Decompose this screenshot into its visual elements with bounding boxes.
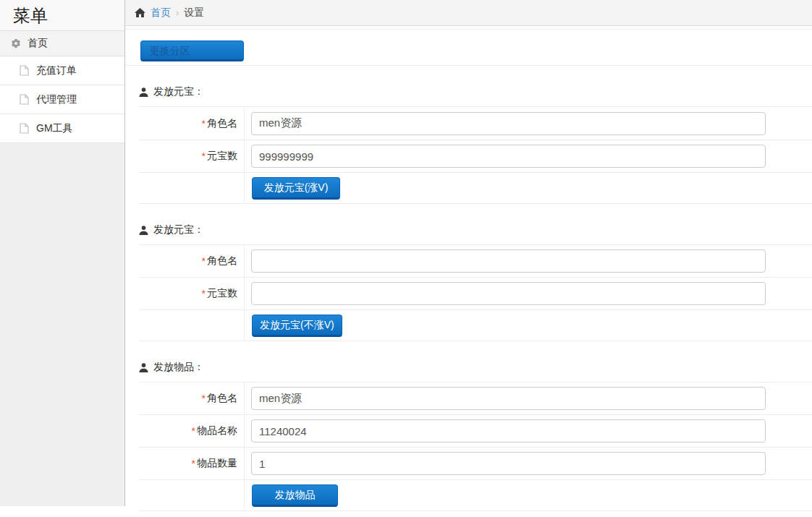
- home-icon[interactable]: [135, 8, 145, 17]
- character-name-input[interactable]: [251, 112, 766, 135]
- issue-yuanbao-raise-v-button[interactable]: 发放元宝(涨V): [252, 177, 340, 200]
- person-icon: [139, 363, 148, 372]
- sidebar-menu: 充值订单 代理管理 GM工具: [0, 56, 124, 143]
- sidebar-title: 菜单: [0, 0, 124, 31]
- form-row: * 物品数量: [139, 448, 812, 480]
- content: 更换分区 发放元宝： *: [125, 26, 812, 511]
- section-issue-yuanbao-noraise: 发放元宝： * 角色名 *: [139, 223, 812, 341]
- section-title: 发放物品：: [153, 361, 204, 374]
- field-label: * 角色名: [139, 107, 245, 140]
- field-label-text: 角色名: [207, 392, 237, 405]
- content-top-divider: [125, 29, 812, 30]
- section-header: 发放物品：: [139, 360, 812, 375]
- field-cell: [245, 415, 812, 447]
- field-label: * 元宝数: [139, 278, 245, 309]
- sidebar-item-recharge-orders[interactable]: 充值订单: [0, 56, 124, 85]
- form-row: * 角色名: [139, 383, 812, 415]
- app-window: 菜单 首页 充值订单: [0, 0, 812, 517]
- gear-icon: [11, 38, 21, 48]
- field-label: * 元宝数: [139, 140, 245, 172]
- section-issue-items: 发放物品： * 角色名 *: [139, 360, 812, 511]
- field-label: * 角色名: [139, 383, 245, 414]
- character-name-input[interactable]: [251, 387, 766, 410]
- field-label: * 物品名称: [139, 415, 245, 447]
- required-asterisk: *: [202, 150, 206, 162]
- section-title: 发放元宝：: [153, 85, 204, 98]
- empty-label-cell: [139, 173, 245, 203]
- required-asterisk: *: [192, 458, 195, 469]
- field-label-text: 物品数量: [197, 457, 237, 470]
- field-cell: [245, 278, 812, 309]
- doc-icon: [20, 65, 29, 76]
- doc-icon: [20, 94, 29, 105]
- field-label-text: 元宝数: [207, 287, 237, 300]
- required-asterisk: *: [202, 288, 206, 299]
- empty-label-cell: [139, 310, 245, 341]
- field-label-text: 角色名: [207, 117, 237, 130]
- field-label-text: 元宝数: [207, 150, 237, 163]
- required-asterisk: *: [192, 425, 195, 437]
- issue-items-button[interactable]: 发放物品: [252, 484, 338, 507]
- yuanbao-amount-input[interactable]: [251, 145, 766, 168]
- field-label: * 角色名: [139, 245, 245, 277]
- toolbar-divider: [125, 65, 812, 66]
- required-asterisk: *: [202, 393, 206, 404]
- form-table: * 角色名 * 元宝数: [139, 244, 812, 341]
- sidebar-item-label: 代理管理: [36, 93, 77, 106]
- sidebar: 菜单 首页 充值订单: [0, 0, 125, 506]
- person-icon: [139, 226, 148, 235]
- field-cell: [245, 107, 812, 140]
- section-title: 发放元宝：: [153, 223, 204, 236]
- sidebar-item-agent-management[interactable]: 代理管理: [0, 85, 124, 114]
- field-label-text: 角色名: [207, 255, 237, 268]
- person-icon: [139, 87, 148, 97]
- sidebar-item-gm-tools[interactable]: GM工具: [0, 114, 124, 143]
- form-row: * 元宝数: [139, 140, 812, 173]
- required-asterisk: *: [202, 118, 206, 129]
- form-table: * 角色名 * 元宝数: [139, 106, 812, 204]
- doc-icon: [20, 123, 29, 134]
- form-row: * 元宝数: [139, 278, 812, 310]
- field-cell: [245, 140, 812, 172]
- character-name-input[interactable]: [251, 249, 766, 273]
- sidebar-item-label: 充值订单: [36, 64, 77, 77]
- required-asterisk: *: [202, 255, 206, 267]
- section-header: 发放元宝：: [139, 85, 812, 99]
- field-cell: [245, 383, 812, 414]
- sidebar-item-label: 首页: [28, 37, 48, 50]
- form-row: 发放元宝(涨V): [139, 173, 812, 204]
- main-area: 首页 › 设置 更换分区 发放元宝：: [125, 0, 812, 517]
- field-cell: 发放元宝(不涨V): [245, 310, 812, 341]
- breadcrumb-current: 设置: [184, 7, 204, 20]
- change-partition-button[interactable]: 更换分区: [140, 40, 244, 61]
- form-row: * 角色名: [139, 107, 812, 140]
- sidebar-item-label: GM工具: [36, 122, 73, 135]
- form-table: * 角色名 * 物品名称: [139, 382, 812, 511]
- item-quantity-input[interactable]: [251, 452, 766, 475]
- breadcrumb-separator: ›: [176, 7, 179, 18]
- issue-yuanbao-no-raise-v-button[interactable]: 发放元宝(不涨V): [252, 315, 342, 337]
- breadcrumb: 首页 › 设置: [125, 0, 812, 26]
- field-cell: [245, 448, 812, 479]
- form-row: 发放物品: [139, 480, 812, 511]
- form-row: 发放元宝(不涨V): [139, 310, 812, 341]
- empty-label-cell: [139, 480, 245, 510]
- section-issue-yuanbao-raise: 发放元宝： * 角色名 *: [139, 85, 812, 204]
- form-row: * 物品名称: [139, 415, 812, 448]
- field-cell: 发放元宝(涨V): [245, 173, 812, 203]
- field-label-text: 物品名称: [197, 424, 237, 437]
- field-cell: [245, 245, 812, 277]
- field-label: * 物品数量: [139, 448, 245, 479]
- item-name-input[interactable]: [251, 419, 766, 443]
- sidebar-item-home[interactable]: 首页: [0, 31, 124, 56]
- field-cell: 发放物品: [245, 480, 812, 510]
- form-row: * 角色名: [139, 245, 812, 278]
- breadcrumb-home-link[interactable]: 首页: [151, 7, 171, 20]
- yuanbao-amount-input[interactable]: [251, 282, 766, 305]
- section-header: 发放元宝：: [139, 223, 812, 237]
